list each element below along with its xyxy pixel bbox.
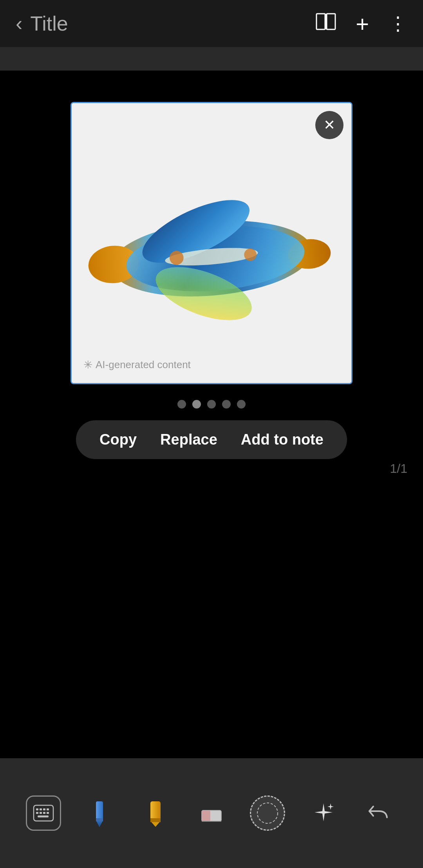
svg-point-11 xyxy=(170,251,184,265)
replace-button[interactable]: Replace xyxy=(160,431,217,448)
header-right: + ⋮ xyxy=(316,11,407,37)
svg-rect-26 xyxy=(96,818,103,821)
image-card: ✳ AI-generated content ✕ xyxy=(70,102,352,384)
marker-button[interactable] xyxy=(138,795,173,831)
svg-rect-0 xyxy=(316,14,325,29)
keyboard-button[interactable] xyxy=(26,795,61,831)
app-header: ‹ Title + ⋮ xyxy=(0,0,423,47)
add-icon[interactable]: + xyxy=(356,11,369,37)
ai-watermark-icon: ✳ xyxy=(83,358,92,371)
svg-rect-29 xyxy=(150,818,161,822)
undo-icon xyxy=(367,803,391,824)
eraser-icon xyxy=(200,803,223,824)
svg-rect-31 xyxy=(202,810,210,821)
pen-icon xyxy=(89,799,110,827)
bottom-toolbar xyxy=(0,758,423,868)
add-to-note-button[interactable]: Add to note xyxy=(241,431,324,448)
back-button[interactable]: ‹ xyxy=(16,13,22,34)
header-left: ‹ Title xyxy=(16,12,68,35)
fish-illustration xyxy=(72,103,351,383)
page-title: Title xyxy=(30,12,68,35)
ai-watermark-text: AI-generated content xyxy=(96,359,191,371)
dot-5[interactable] xyxy=(237,400,246,409)
copy-button[interactable]: Copy xyxy=(99,431,137,448)
svg-rect-23 xyxy=(96,801,103,820)
dot-1[interactable] xyxy=(177,400,186,409)
keyboard-icon xyxy=(33,804,54,822)
more-icon[interactable]: ⋮ xyxy=(389,13,407,35)
image-canvas: ✳ AI-generated content xyxy=(72,103,351,383)
svg-rect-22 xyxy=(38,815,49,817)
eraser-button[interactable] xyxy=(194,795,229,831)
close-button[interactable]: ✕ xyxy=(315,111,343,139)
svg-rect-14 xyxy=(36,808,38,810)
svg-point-33 xyxy=(257,803,278,823)
svg-point-12 xyxy=(244,249,257,261)
dot-4[interactable] xyxy=(222,400,231,409)
svg-rect-20 xyxy=(43,812,45,814)
close-icon: ✕ xyxy=(324,118,335,132)
svg-rect-27 xyxy=(150,801,161,821)
main-content: ✳ AI-generated content ✕ Copy Replace Ad… xyxy=(0,71,423,459)
undo-button[interactable] xyxy=(362,795,397,831)
svg-rect-17 xyxy=(47,808,49,810)
svg-rect-15 xyxy=(40,808,42,810)
page-dots xyxy=(177,400,246,409)
page-counter: 1/1 xyxy=(390,461,407,476)
pen-button[interactable] xyxy=(82,795,117,831)
ai-sparkle-icon xyxy=(312,801,335,825)
dot-3[interactable] xyxy=(207,400,216,409)
book-icon[interactable] xyxy=(316,12,336,35)
ai-sparkle-button[interactable] xyxy=(306,795,341,831)
svg-rect-16 xyxy=(43,808,45,810)
dot-2[interactable] xyxy=(192,400,201,409)
lasso-button[interactable] xyxy=(250,795,285,831)
marker-icon xyxy=(145,799,166,827)
action-bar: Copy Replace Add to note xyxy=(76,420,347,459)
svg-rect-1 xyxy=(327,14,335,29)
lasso-icon xyxy=(256,801,279,825)
ai-watermark: ✳ AI-generated content xyxy=(83,358,191,371)
svg-rect-19 xyxy=(40,812,42,814)
sub-bar xyxy=(0,47,423,71)
svg-rect-21 xyxy=(47,812,49,814)
svg-rect-18 xyxy=(36,812,38,814)
